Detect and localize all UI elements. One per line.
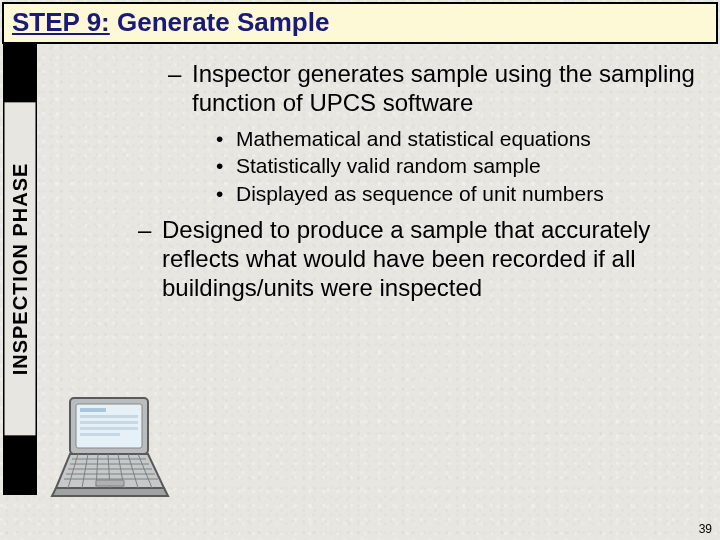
phase-label: INSPECTION PHASE	[5, 102, 36, 435]
dash-marker: –	[138, 216, 162, 302]
title-bar: STEP 9: Generate Sample	[2, 2, 718, 44]
svg-rect-4	[80, 421, 138, 424]
slide-title: STEP 9: Generate Sample	[12, 7, 708, 38]
title-rest: Generate Sample	[110, 7, 330, 37]
list-item: – Inspector generates sample using the s…	[168, 60, 702, 118]
list-item: • Statistically valid random sample	[216, 153, 702, 179]
svg-rect-19	[96, 480, 124, 486]
laptop-icon	[46, 392, 176, 512]
dash-marker: –	[168, 60, 192, 118]
bullet-text-3: Displayed as sequence of unit numbers	[236, 181, 604, 207]
slide-content: – Inspector generates sample using the s…	[38, 42, 714, 516]
dash-text-2: Designed to produce a sample that accura…	[162, 216, 702, 302]
bullet-marker: •	[216, 181, 236, 207]
list-item: – Designed to produce a sample that accu…	[138, 216, 702, 302]
bullet-text-2: Statistically valid random sample	[236, 153, 541, 179]
svg-rect-3	[80, 415, 138, 418]
svg-rect-5	[80, 427, 138, 430]
dash-text-1: Inspector generates sample using the sam…	[192, 60, 702, 118]
bullet-marker: •	[216, 153, 236, 179]
list-item: • Mathematical and statistical equations	[216, 126, 702, 152]
phase-sidebar: INSPECTION PHASE	[3, 42, 37, 495]
bullet-marker: •	[216, 126, 236, 152]
svg-rect-6	[80, 433, 120, 436]
list-item: • Displayed as sequence of unit numbers	[216, 181, 702, 207]
svg-rect-2	[80, 408, 106, 412]
step-label: STEP 9:	[12, 7, 110, 37]
page-number: 39	[699, 522, 712, 536]
bullet-text-1: Mathematical and statistical equations	[236, 126, 591, 152]
sub-bullet-list: • Mathematical and statistical equations…	[216, 126, 702, 207]
